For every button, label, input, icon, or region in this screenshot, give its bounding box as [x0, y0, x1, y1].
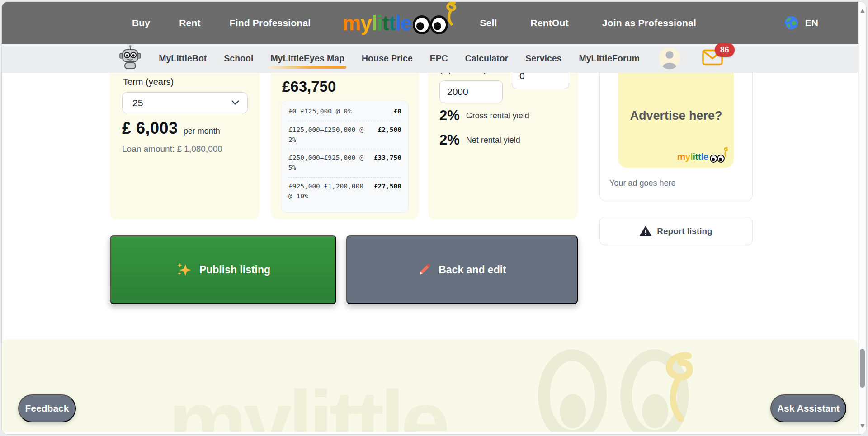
- gross-yield-row: 2% Gross rental yield: [439, 108, 529, 124]
- stamp-duty-band: £0–£125,000 @ 0% £0: [288, 103, 401, 121]
- rent-input[interactable]: [439, 80, 503, 103]
- sub-nav-item[interactable]: MyLittleForum: [579, 53, 639, 64]
- logo-letter: t: [382, 11, 388, 35]
- sub-nav-item[interactable]: EPC: [430, 53, 448, 64]
- scroll-up-arrow-icon[interactable]: [860, 9, 865, 13]
- top-nav-item[interactable]: Find Professional: [230, 18, 311, 28]
- sub-nav-item[interactable]: MyLittleEyes Map: [270, 53, 344, 64]
- term-label: Term (years): [123, 77, 174, 87]
- band-range: £125,000–£250,000 @ 2%: [288, 125, 364, 145]
- loan-amount: Loan amount: £ 1,080,000: [122, 144, 222, 154]
- report-listing-label: Report listing: [657, 226, 712, 236]
- logo-letter: t: [389, 11, 395, 35]
- footer: mylittle: [2, 339, 858, 432]
- stamp-duty-band: £925,000–£1,200,000 @ 10% £27,500: [288, 178, 401, 206]
- browser-page: BuyRentFind Professional mylittle SellRe…: [1, 1, 867, 435]
- back-and-edit-button[interactable]: Back and edit: [346, 235, 578, 304]
- ad-logo-wordmark: mylittle: [677, 151, 708, 162]
- band-amount: £0: [394, 107, 401, 117]
- feedback-button[interactable]: Feedback: [18, 394, 76, 422]
- logo-letter: e: [703, 151, 708, 162]
- publish-listing-label: Publish listing: [199, 264, 270, 276]
- top-nav-item[interactable]: Sell: [480, 18, 497, 28]
- sub-nav-list: MyLittleBotSchoolMyLittleEyes MapHouse P…: [159, 53, 640, 64]
- globe-icon: [784, 16, 798, 30]
- mortgage-card: Term (years) 25 £ 6,003 per month Loan a…: [110, 73, 260, 219]
- logo-letter: m: [342, 11, 360, 35]
- language-label: EN: [805, 18, 818, 28]
- stamp-duty-band: £250,000–£925,000 @ 5% £33,750: [288, 149, 401, 178]
- publish-listing-button[interactable]: Publish listing: [110, 235, 336, 304]
- sub-nav-item[interactable]: House Price: [362, 53, 413, 64]
- stamp-duty-band: £125,000–£250,000 @ 2% £2,500: [288, 121, 401, 150]
- top-nav: BuyRentFind Professional mylittle SellRe…: [2, 2, 858, 44]
- logo-letter: i: [377, 11, 382, 35]
- costs-input[interactable]: [512, 73, 569, 89]
- report-listing-button[interactable]: Report listing: [599, 217, 753, 245]
- scrollbar[interactable]: [858, 2, 866, 434]
- top-nav-item[interactable]: Buy: [132, 18, 150, 28]
- ad-brand-logo: mylittle: [677, 151, 725, 162]
- top-nav-item[interactable]: Rent: [179, 18, 200, 28]
- warning-icon: [640, 226, 651, 237]
- watermark-eye-icon: [538, 349, 607, 432]
- stamp-duty-total: £63,750: [282, 78, 336, 95]
- sparkles-icon: [176, 262, 192, 278]
- rental-yield-card: (£ per month) 2% Gross rental yield 2% N…: [428, 73, 578, 219]
- ad-caption: Your ad goes here: [609, 178, 675, 188]
- band-range: £250,000–£925,000 @ 5%: [288, 153, 364, 173]
- logo-letter: y: [685, 151, 690, 162]
- logo-letter: e: [401, 11, 412, 35]
- monthly-payment-suffix: per month: [184, 127, 220, 136]
- logo-swirl-icon: [722, 147, 729, 158]
- monthly-payment-amount: £ 6,003: [122, 119, 178, 138]
- scrollbar-thumb[interactable]: [860, 349, 865, 388]
- sub-nav-item[interactable]: School: [224, 53, 253, 64]
- sub-nav-item[interactable]: Services: [525, 53, 561, 64]
- back-and-edit-label: Back and edit: [439, 264, 506, 276]
- rent-input-label-clipped: (£ per month): [440, 73, 486, 75]
- ad-headline: Advertise here?: [618, 109, 734, 123]
- avatar[interactable]: [659, 47, 680, 69]
- top-nav-item[interactable]: RentOut: [531, 18, 569, 28]
- scroll-down-arrow-icon[interactable]: [860, 424, 865, 428]
- ad-placeholder[interactable]: Advertise here? mylittle: [618, 73, 734, 168]
- top-nav-item[interactable]: Join as Professional: [602, 18, 696, 28]
- ask-assistant-button[interactable]: Ask Assistant: [770, 394, 846, 422]
- ad-card: Advertise here? mylittle Your ad goes he…: [599, 73, 753, 201]
- band-amount: £33,750: [374, 153, 401, 163]
- logo-wordmark: mylittle: [342, 11, 411, 35]
- top-nav-right: SellRentOutJoin as Professional: [480, 18, 696, 28]
- band-amount: £27,500: [374, 182, 401, 192]
- robot-icon[interactable]: [119, 45, 142, 70]
- band-amount: £2,500: [378, 125, 401, 135]
- net-yield-label: Net rental yield: [466, 136, 520, 145]
- mail-badge: 86: [715, 43, 735, 57]
- net-yield-row: 2% Net rental yield: [439, 132, 520, 148]
- pencil-icon: [418, 263, 431, 277]
- band-range: £925,000–£1,200,000 @ 10%: [288, 182, 364, 202]
- logo-letter: y: [360, 11, 372, 35]
- footer-watermark-text: mylittle: [168, 388, 446, 432]
- top-nav-left: BuyRentFind Professional: [132, 18, 311, 28]
- mail-button[interactable]: 86: [702, 49, 723, 67]
- gross-yield-value: 2%: [439, 108, 460, 124]
- term-value: 25: [132, 98, 143, 108]
- monthly-payment: £ 6,003 per month: [122, 119, 220, 138]
- logo-swirl-icon: [441, 1, 458, 26]
- logo-letter: l: [372, 11, 377, 35]
- stamp-duty-card: £63,750 £0–£125,000 @ 0% £0 £125,000–£25…: [271, 73, 419, 219]
- net-yield-value: 2%: [439, 132, 460, 148]
- sub-nav: MyLittleBotSchoolMyLittleEyes MapHouse P…: [2, 44, 858, 73]
- logo-letter: l: [395, 11, 401, 35]
- logo-letter: m: [677, 151, 685, 162]
- brand-logo[interactable]: mylittle: [342, 11, 448, 35]
- chevron-down-icon: [231, 100, 239, 105]
- gross-yield-label: Gross rental yield: [466, 111, 529, 121]
- sub-nav-item[interactable]: Calculator: [465, 53, 508, 64]
- term-select[interactable]: 25: [122, 92, 248, 113]
- band-range: £0–£125,000 @ 0%: [288, 107, 364, 117]
- stamp-duty-breakdown: £0–£125,000 @ 0% £0 £125,000–£250,000 @ …: [281, 101, 409, 213]
- sub-nav-item[interactable]: MyLittleBot: [159, 53, 207, 64]
- language-selector[interactable]: EN: [784, 2, 818, 44]
